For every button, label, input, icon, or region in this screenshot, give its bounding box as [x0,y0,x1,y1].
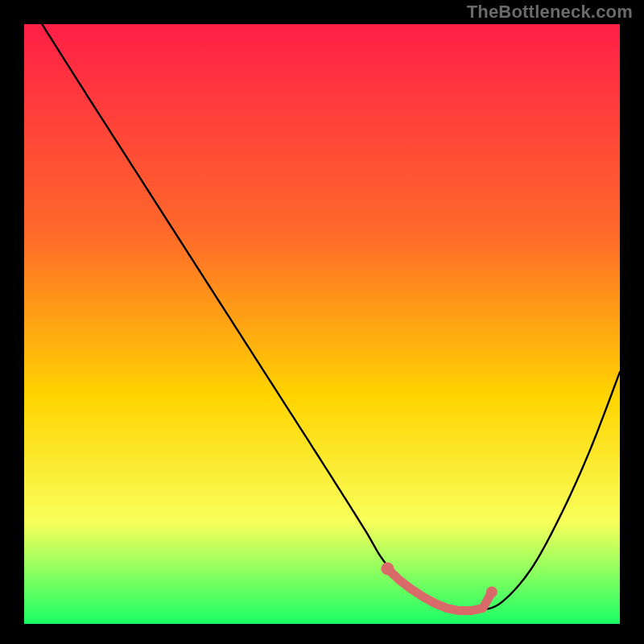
plot-area [24,24,620,624]
highlight-end-dot [381,562,394,575]
chart-container: { "header": { "watermark": "TheBottlenec… [0,0,644,644]
highlight-end-dot [486,587,497,598]
chart-svg [24,24,620,624]
watermark-text: TheBottleneck.com [467,2,633,23]
gradient-background [24,24,620,624]
